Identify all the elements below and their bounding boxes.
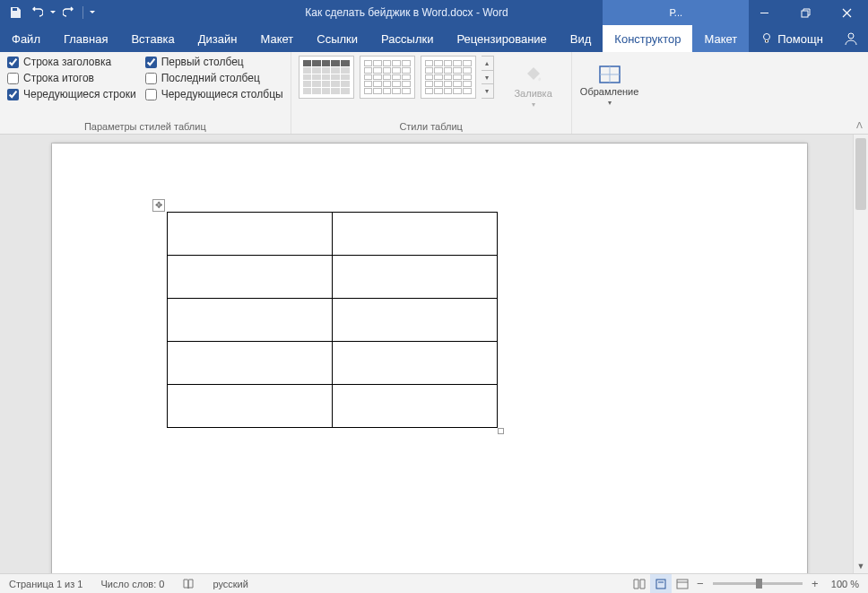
tab-view[interactable]: Вид <box>559 25 603 52</box>
table-cell[interactable] <box>333 256 498 299</box>
table-cell[interactable] <box>333 342 498 385</box>
document-table[interactable] <box>167 212 498 428</box>
qat-separator <box>82 6 83 19</box>
table-cell[interactable] <box>333 299 498 342</box>
quick-access-toolbar <box>0 0 103 25</box>
table-cell[interactable] <box>168 213 333 256</box>
save-button[interactable] <box>5 3 25 22</box>
table-cell[interactable] <box>333 385 498 428</box>
chk-banded-rows[interactable]: Чередующиеся строки <box>7 88 136 100</box>
chk-banded-columns-input[interactable] <box>145 89 157 100</box>
restore-button[interactable] <box>786 0 825 25</box>
svg-rect-7 <box>656 580 665 589</box>
scroll-thumb[interactable] <box>855 138 866 210</box>
person-icon <box>844 31 858 46</box>
chevron-down-icon <box>89 9 96 16</box>
zoom-level[interactable]: 100 % <box>822 574 868 593</box>
undo-button[interactable] <box>27 3 47 22</box>
style-options-col2: Первый столбец Последний столбец Чередую… <box>145 56 283 100</box>
table-row[interactable] <box>168 385 498 428</box>
chk-header-row[interactable]: Строка заголовка <box>7 56 136 68</box>
borders-label: Обрамление <box>580 86 639 97</box>
table-style-1[interactable] <box>299 56 354 99</box>
print-layout-icon <box>655 579 667 589</box>
lightbulb-icon <box>760 32 773 45</box>
table-style-3[interactable] <box>421 56 476 99</box>
zoom-knob[interactable] <box>756 579 762 589</box>
undo-dropdown[interactable] <box>48 3 57 22</box>
vertical-scrollbar[interactable]: ▲ ▼ <box>853 135 868 573</box>
close-icon <box>842 8 852 18</box>
chk-total-row[interactable]: Строка итогов <box>7 72 136 84</box>
view-print-layout[interactable] <box>650 574 672 593</box>
table-row[interactable] <box>168 213 498 256</box>
redo-button[interactable] <box>59 3 79 22</box>
status-spellcheck[interactable] <box>173 574 204 593</box>
tab-table-design[interactable]: Конструктор <box>603 25 692 52</box>
chk-last-column-input[interactable] <box>145 73 157 84</box>
table-row[interactable] <box>168 342 498 385</box>
tab-mailings[interactable]: Рассылки <box>369 25 445 52</box>
chk-first-column[interactable]: Первый столбец <box>145 56 283 68</box>
scroll-down[interactable]: ▼ <box>854 558 868 573</box>
chk-header-row-input[interactable] <box>7 57 19 68</box>
table-styles-more[interactable]: ▴▾▾ <box>482 56 494 99</box>
undo-icon <box>30 6 43 19</box>
restore-icon <box>801 8 811 18</box>
tab-insert[interactable]: Вставка <box>119 25 186 52</box>
status-words[interactable]: Число слов: 0 <box>91 574 173 593</box>
table-cell[interactable] <box>168 256 333 299</box>
status-page[interactable]: Страница 1 из 1 <box>0 574 91 593</box>
view-web-layout[interactable] <box>672 574 693 593</box>
shading-button[interactable]: Заливка ▾ <box>503 56 564 115</box>
view-read-mode[interactable] <box>629 574 650 593</box>
zoom-in[interactable]: + <box>808 577 822 590</box>
minimize-button[interactable] <box>744 0 784 25</box>
table-resize-handle[interactable] <box>498 428 504 434</box>
tab-table-layout[interactable]: Макет <box>692 25 749 52</box>
table-row[interactable] <box>168 256 498 299</box>
account-button[interactable] <box>835 25 867 52</box>
svg-rect-9 <box>677 580 688 589</box>
tab-layout[interactable]: Макет <box>248 25 305 52</box>
close-button[interactable] <box>827 0 866 25</box>
group-label-borders <box>579 119 640 132</box>
qat-customize[interactable] <box>87 3 98 22</box>
page[interactable]: ✥ <box>52 144 807 573</box>
book-icon <box>182 578 195 590</box>
table-row[interactable] <box>168 299 498 342</box>
group-borders: Обрамление ▾ <box>572 52 647 134</box>
table-move-handle[interactable]: ✥ <box>152 199 165 212</box>
collapse-ribbon[interactable]: ᐱ <box>856 120 863 130</box>
read-icon <box>633 579 646 589</box>
chk-last-column[interactable]: Последний столбец <box>145 72 283 84</box>
tab-home[interactable]: Главная <box>52 25 119 52</box>
borders-button[interactable]: Обрамление ▾ <box>579 56 640 115</box>
chk-banded-columns[interactable]: Чередующиеся столбцы <box>145 88 283 100</box>
zoom-slider[interactable] <box>713 582 803 585</box>
chevron-down-icon: ▾ <box>608 99 612 107</box>
web-icon <box>676 579 689 589</box>
status-language[interactable]: русский <box>204 574 256 593</box>
table-cell[interactable] <box>333 213 498 256</box>
chk-banded-rows-input[interactable] <box>7 89 19 100</box>
zoom-out[interactable]: − <box>693 577 707 590</box>
table-style-2[interactable] <box>360 56 415 99</box>
table-cell[interactable] <box>168 342 333 385</box>
tab-references[interactable]: Ссылки <box>305 25 369 52</box>
tell-me[interactable]: Помощн <box>749 25 835 52</box>
table-styles-gallery: ▴▾▾ <box>299 56 494 99</box>
minimize-icon <box>760 8 769 18</box>
table-tools-header: Р... <box>603 0 749 25</box>
tab-design[interactable]: Дизайн <box>187 25 249 52</box>
tab-review[interactable]: Рецензирование <box>445 25 558 52</box>
save-icon <box>9 6 22 19</box>
ribbon: Строка заголовка Строка итогов Чередующи… <box>0 52 868 135</box>
chk-first-column-input[interactable] <box>145 57 157 68</box>
chk-total-row-input[interactable] <box>7 73 19 84</box>
table-cell[interactable] <box>168 299 333 342</box>
tab-file[interactable]: Файл <box>0 25 52 52</box>
table-cell[interactable] <box>168 385 333 428</box>
tell-me-label: Помощн <box>777 32 823 46</box>
bucket-icon <box>522 63 545 86</box>
